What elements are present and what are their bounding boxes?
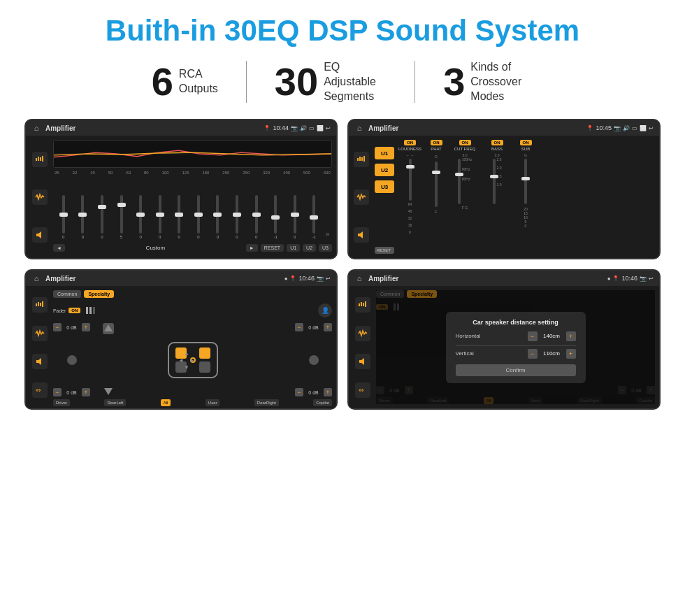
speaker-icon-4[interactable] bbox=[355, 354, 370, 369]
cutfreq-on-badge[interactable]: ON bbox=[459, 140, 471, 145]
arrows-icon-4[interactable]: ⇔ bbox=[355, 382, 370, 398]
svg-marker-13 bbox=[360, 231, 363, 238]
wave-icon[interactable] bbox=[32, 189, 48, 205]
home-icon-3[interactable]: ⌂ bbox=[31, 273, 41, 283]
top-left-minus[interactable]: − bbox=[53, 323, 62, 331]
car-svg: ▲ ▼ ◄ ► bbox=[161, 337, 224, 382]
sub-on-badge[interactable]: ON bbox=[520, 140, 532, 145]
back-icon-2[interactable]: ↩ bbox=[649, 125, 654, 131]
back-icon-3[interactable]: ↩ bbox=[326, 275, 331, 282]
eq-graph bbox=[53, 140, 332, 168]
eq-icon-3[interactable] bbox=[32, 297, 48, 313]
bass-slider[interactable] bbox=[493, 159, 496, 204]
sub-slider[interactable] bbox=[524, 159, 527, 204]
user-btn-3[interactable]: User bbox=[206, 399, 220, 406]
vertical-row: Vertical − 110cm + bbox=[456, 349, 576, 359]
speaker-icon-3[interactable] bbox=[32, 354, 48, 369]
speaker-icon[interactable] bbox=[32, 227, 48, 243]
top-right-minus[interactable]: − bbox=[295, 323, 303, 331]
wave-icon-3[interactable] bbox=[32, 326, 48, 341]
left-speaker-icon bbox=[67, 355, 77, 365]
down-arrow-icon bbox=[103, 385, 114, 396]
tab-specialty-3[interactable]: Specialty bbox=[84, 290, 114, 298]
copilot-btn[interactable]: Copilot bbox=[313, 399, 332, 406]
svg-text:⇔: ⇔ bbox=[36, 387, 41, 394]
u3-btn[interactable]: U3 bbox=[319, 244, 332, 252]
u1-btn[interactable]: U1 bbox=[287, 244, 300, 252]
horizontal-row: Horizontal − 140cm + bbox=[456, 331, 576, 341]
eq-icon-4[interactable] bbox=[355, 297, 370, 313]
dot-icon-3: ● bbox=[284, 275, 288, 282]
svg-rect-3 bbox=[42, 156, 43, 162]
svg-rect-2 bbox=[40, 157, 41, 161]
top-right-plus[interactable]: + bbox=[324, 323, 332, 331]
cutfreq-slider-1[interactable] bbox=[458, 159, 461, 204]
svg-rect-15 bbox=[38, 302, 39, 306]
bot-left-plus[interactable]: + bbox=[82, 388, 90, 396]
svg-rect-16 bbox=[40, 303, 41, 306]
bot-left-value: 0 dB bbox=[63, 390, 80, 395]
dsp-controls: ON LOUDNESS ~~ 644832160 bbox=[398, 140, 656, 254]
vertical-plus-btn[interactable]: + bbox=[566, 349, 576, 359]
svg-text:⇔: ⇔ bbox=[359, 387, 364, 394]
reset-btn-1[interactable]: RESET bbox=[261, 244, 284, 252]
screen2-title: Amplifier bbox=[368, 124, 582, 132]
u1-preset-btn[interactable]: U1 bbox=[375, 147, 394, 159]
eq-next-btn[interactable]: ► bbox=[246, 244, 258, 252]
volume-icon: 🔊 bbox=[300, 125, 307, 131]
eq-main: 253240 506380 100125160 200250320 400500… bbox=[53, 140, 332, 254]
tab-common-3[interactable]: Common bbox=[53, 290, 81, 298]
driver-btn[interactable]: Driver bbox=[53, 399, 70, 406]
svg-rect-0 bbox=[36, 158, 37, 161]
fader-on-btn[interactable]: ON bbox=[68, 308, 80, 313]
u3-preset-btn[interactable]: U3 bbox=[375, 180, 394, 193]
rearright-btn-3[interactable]: RearRight bbox=[254, 399, 279, 406]
top-left-plus[interactable]: + bbox=[82, 323, 90, 331]
u2-btn[interactable]: U2 bbox=[303, 244, 316, 252]
home-icon[interactable]: ⌂ bbox=[31, 123, 41, 133]
eq-icon[interactable] bbox=[32, 152, 48, 167]
screen1-title: Amplifier bbox=[45, 124, 259, 132]
u2-preset-btn[interactable]: U2 bbox=[375, 164, 394, 176]
speaker-icon-2[interactable] bbox=[354, 227, 369, 243]
home-icon-2[interactable]: ⌂ bbox=[354, 123, 364, 133]
vertical-control: − 110cm + bbox=[528, 349, 576, 359]
vertical-minus-btn[interactable]: − bbox=[528, 349, 538, 359]
eq-preset-label: Custom bbox=[68, 245, 243, 251]
stat-eq: 30 EQ AdjustableSegments bbox=[247, 60, 414, 103]
eq-prev-btn[interactable]: ◄ bbox=[53, 244, 65, 252]
confirm-btn[interactable]: Confirm bbox=[456, 364, 576, 376]
screen3-main: Common Specialty Fader ON 👤 bbox=[53, 290, 332, 404]
wave-icon-4[interactable] bbox=[355, 326, 370, 341]
more-icon[interactable]: » bbox=[324, 229, 331, 239]
distance-dialog: Car speaker distance setting Horizontal … bbox=[446, 312, 586, 383]
horizontal-plus-btn[interactable]: + bbox=[566, 331, 576, 341]
phat-on-badge[interactable]: ON bbox=[431, 140, 442, 145]
stat-eq-label: EQ AdjustableSegments bbox=[324, 60, 387, 103]
bot-right-plus[interactable]: + bbox=[324, 388, 332, 396]
back-icon-4[interactable]: ↩ bbox=[649, 275, 654, 282]
bot-right-minus[interactable]: − bbox=[295, 388, 303, 396]
all-btn[interactable]: All bbox=[161, 399, 171, 406]
status-icons-1: 📍 10:44 📷 🔊 ▭ ⬜ ↩ bbox=[264, 124, 331, 131]
status-bar-3: ⌂ Amplifier ● 📍 10:46 📷 ↩ bbox=[26, 271, 336, 286]
eq-icon-2[interactable] bbox=[354, 152, 369, 167]
home-icon-4[interactable]: ⌂ bbox=[354, 273, 364, 283]
loudness-slider[interactable] bbox=[409, 159, 412, 201]
stat-crossover-number: 3 bbox=[443, 62, 465, 101]
bot-left-minus[interactable]: − bbox=[53, 388, 62, 396]
arrows-icon[interactable]: ⇔ bbox=[32, 382, 48, 398]
phat-slider[interactable] bbox=[435, 162, 438, 207]
screen-eq: ⌂ Amplifier 📍 10:44 📷 🔊 ▭ ⬜ ↩ bbox=[24, 119, 338, 259]
wave-icon-2[interactable] bbox=[354, 189, 369, 205]
person-icon: 👤 bbox=[318, 303, 332, 317]
back-icon[interactable]: ↩ bbox=[326, 125, 331, 131]
bass-on-badge[interactable]: ON bbox=[491, 140, 503, 145]
bass-label: BASS bbox=[491, 147, 503, 151]
loudness-on-badge[interactable]: ON bbox=[404, 140, 416, 145]
reset-btn-2[interactable]: RESET bbox=[375, 247, 394, 254]
fader-bars bbox=[86, 307, 95, 314]
rearleft-btn-3[interactable]: RearLeft bbox=[104, 399, 126, 406]
horizontal-minus-btn[interactable]: − bbox=[528, 331, 538, 341]
battery-icon-2: ⬜ bbox=[640, 125, 647, 131]
